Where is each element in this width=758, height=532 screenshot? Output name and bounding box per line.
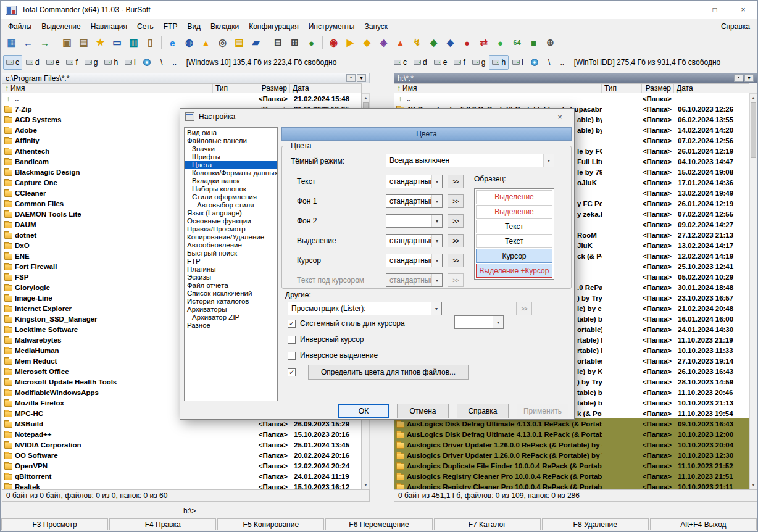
settings-nav-item[interactable]: Вкладки папок xyxy=(185,177,277,185)
shield-yellow-icon[interactable]: ◆ xyxy=(359,35,375,51)
path-bar-left[interactable]: c:\Program Files\*.* * ▼ xyxy=(2,73,370,83)
green-box-icon[interactable]: ■ xyxy=(525,35,542,51)
file-row[interactable]: Auslogics Duplicate File Finder 10.0.0.4… xyxy=(394,460,749,471)
notes-icon[interactable]: ▤ xyxy=(231,35,248,51)
menu-item-help[interactable]: Справка xyxy=(716,20,755,33)
lister-combo[interactable]: Просмотрщик (Lister): ▾ xyxy=(288,302,442,315)
drive-i-button[interactable]: i xyxy=(509,55,527,70)
cdrom-button[interactable] xyxy=(140,55,155,70)
scroll-down-icon[interactable]: ▼ xyxy=(750,481,757,489)
drive-d-button[interactable]: d xyxy=(410,55,430,70)
file-row[interactable]: ↑..<Папка>21.02.2024 15:48 xyxy=(2,93,361,104)
cdrom-button[interactable] xyxy=(527,55,543,70)
file-row[interactable]: Realtek<Папка>15.10.2023 16:12 xyxy=(2,481,361,489)
x64-icon[interactable]: 64 xyxy=(509,35,525,51)
file-row[interactable]: OO Software<Папка>20.02.2024 20:16 xyxy=(2,450,361,460)
media-play-icon[interactable]: ▶ xyxy=(342,35,359,51)
drive-g-button[interactable]: g xyxy=(469,55,489,70)
drive-f-button[interactable]: f xyxy=(451,55,468,70)
red-ball-icon[interactable]: ● xyxy=(459,35,475,51)
minimize-button[interactable]: — xyxy=(672,1,701,19)
parent-dir-button[interactable]: .. xyxy=(556,55,568,70)
drive-e-button[interactable]: e xyxy=(431,55,451,70)
filter-button[interactable]: * xyxy=(734,74,743,82)
column-header-size[interactable]: Размер xyxy=(642,84,674,93)
lister-color-combo[interactable]: ▾ xyxy=(454,315,504,329)
flash-ftp-icon[interactable]: ↯ xyxy=(409,35,425,51)
menu-item[interactable]: Конфигурация xyxy=(244,20,304,33)
unpack-files-icon[interactable]: ▤ xyxy=(75,35,92,51)
drive-c-button[interactable]: c xyxy=(3,55,22,70)
drive-d-button[interactable]: d xyxy=(23,55,43,70)
warning-icon[interactable]: ▲ xyxy=(198,35,214,51)
magnifier-icon[interactable]: ◎ xyxy=(214,35,231,51)
settings-nav-item[interactable]: Автовыбор стиля xyxy=(185,201,277,209)
root-dir-button[interactable]: \ xyxy=(156,55,168,70)
menu-item[interactable]: Файлы xyxy=(3,20,36,33)
command-line[interactable]: h:\> xyxy=(1,504,757,518)
globe-icon[interactable]: ◍ xyxy=(181,35,198,51)
more-colors-button[interactable]: >> xyxy=(448,175,464,188)
color-combo[interactable]: стандартный▾ xyxy=(386,254,443,267)
scroll-up-icon[interactable]: ▲ xyxy=(750,94,757,102)
settings-nav-item[interactable]: Основные функции xyxy=(185,217,277,225)
filetype-colors-checkbox[interactable]: ✓ xyxy=(288,368,296,376)
favorites-icon[interactable]: ★ xyxy=(92,35,109,51)
color-combo[interactable]: ▾ xyxy=(386,214,443,228)
checkbox[interactable]: ✓ xyxy=(288,320,296,328)
column-header-date[interactable]: Дата xyxy=(290,84,361,93)
settings-nav-item[interactable]: Колонки/Форматы данных xyxy=(185,169,277,177)
menu-item[interactable]: Инструменты xyxy=(304,20,360,33)
menu-item[interactable]: Вид xyxy=(182,20,206,33)
drive-c-button[interactable]: c xyxy=(391,55,410,70)
column-header-date[interactable]: Дата xyxy=(674,84,749,93)
settings-nav-item[interactable]: Стили оформления xyxy=(185,193,277,201)
root-dir-button[interactable]: \ xyxy=(543,55,556,70)
settings-nav-item[interactable]: Копирование/Удаление xyxy=(185,233,277,241)
file-row[interactable]: Auslogics Driver Updater 1.26.0.0 RePack… xyxy=(394,439,749,450)
search-red-icon[interactable]: ◉ xyxy=(325,35,342,51)
file-row[interactable]: Notepad++<Папка>15.10.2023 20:16 xyxy=(2,429,361,439)
wrench-icon[interactable]: ⊕ xyxy=(542,35,559,51)
fkey-button[interactable]: F5 Копирование xyxy=(217,518,324,530)
drive-f-button[interactable]: f xyxy=(63,55,80,70)
column-header-name[interactable]: ↑ Имя xyxy=(2,84,213,93)
more-colors-button[interactable]: >> xyxy=(448,214,464,228)
filetype-colors-button[interactable]: Определить цвета для типов файлов... xyxy=(308,365,469,380)
fkey-button[interactable]: F6 Перемещение xyxy=(325,518,432,530)
green-dot-icon[interactable]: ● xyxy=(303,35,320,51)
column-header-type[interactable]: Тип xyxy=(602,84,642,93)
settings-nav-item[interactable]: FTP xyxy=(185,257,277,265)
color-combo[interactable]: стандартный▾ xyxy=(386,194,443,208)
checkbox[interactable] xyxy=(288,352,296,360)
settings-nav-item[interactable]: Автообновление xyxy=(185,241,277,249)
drive-g-button[interactable]: g xyxy=(81,55,101,70)
file-row[interactable]: Auslogics Driver Updater 1.26.0.0 RePack… xyxy=(394,450,749,460)
fkey-button[interactable]: F7 Каталог xyxy=(434,518,541,530)
file-row[interactable]: ↑..<Папка> xyxy=(394,93,749,104)
fkey-button[interactable]: F3 Просмотр xyxy=(1,518,108,530)
file-row[interactable]: Auslogics Registry Cleaner Pro 10.0.0.4 … xyxy=(394,481,749,489)
dark-mode-combo[interactable]: Всегда выключен ▾ xyxy=(386,154,554,167)
dialog-close-icon[interactable]: × xyxy=(551,110,569,123)
settings-nav-item[interactable]: Плагины xyxy=(185,265,277,273)
shield-green-icon[interactable]: ◆ xyxy=(425,35,442,51)
settings-nav-item[interactable]: Быстрый поиск xyxy=(185,249,277,257)
fkey-button[interactable]: Alt+F4 Выход xyxy=(650,518,757,530)
back-icon[interactable]: ← xyxy=(20,35,36,51)
menu-item[interactable]: Вкладки xyxy=(206,20,244,33)
ie-browser-icon[interactable]: e xyxy=(164,35,181,51)
settings-nav-item[interactable]: Эскизы xyxy=(185,273,277,281)
more-colors-button[interactable]: >> xyxy=(448,194,464,208)
shield-blue-icon[interactable]: ◆ xyxy=(442,35,459,51)
menu-item[interactable]: Сеть xyxy=(132,20,159,33)
settings-nav-item[interactable]: Архиваторы xyxy=(185,305,277,314)
settings-nav-item[interactable]: Список исключений xyxy=(185,289,277,297)
checkbox[interactable] xyxy=(288,336,296,344)
settings-nav-item[interactable]: Значки xyxy=(185,145,277,153)
parent-dir-button[interactable]: .. xyxy=(169,55,181,70)
column-header-type[interactable]: Тип xyxy=(213,84,256,93)
green-phone-icon[interactable]: ● xyxy=(492,35,509,51)
pack-files-icon[interactable]: ▣ xyxy=(59,35,75,51)
fkey-button[interactable]: F8 Удаление xyxy=(542,518,649,530)
